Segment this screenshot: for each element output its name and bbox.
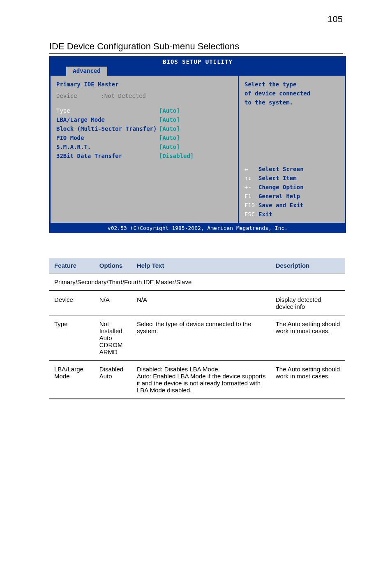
cell-desc: The Auto setting should work in most cas… bbox=[271, 361, 345, 399]
bios-setting-row[interactable]: 32Bit Data Transfer[Disabled] bbox=[56, 151, 232, 160]
settings-table: Feature Options Help Text Description Pr… bbox=[49, 258, 345, 399]
cell-help: N/A bbox=[132, 291, 271, 315]
key-symbol: +- bbox=[244, 183, 258, 192]
bios-key-row: ↑↓Select Item bbox=[244, 174, 339, 183]
key-action: Exit bbox=[258, 211, 272, 218]
bios-setting-value: [Auto] bbox=[159, 142, 180, 151]
section-title: IDE Device Configuration Sub-menu Select… bbox=[49, 41, 343, 54]
bios-tabs: Advanced bbox=[50, 67, 346, 76]
cell-help: Select the type of device connected to t… bbox=[132, 315, 271, 361]
device-label: Device bbox=[56, 91, 97, 100]
th-description: Description bbox=[271, 258, 345, 273]
bios-key-row: F1General Help bbox=[244, 192, 339, 201]
key-symbol: ESC bbox=[244, 210, 258, 219]
bios-setting-row[interactable]: Type[Auto] bbox=[56, 106, 232, 115]
table-row: DeviceN/AN/ADisplay detected device info bbox=[49, 291, 345, 315]
bios-setting-label: Type bbox=[56, 106, 159, 115]
cell-feature: LBA/Large Mode bbox=[49, 361, 95, 399]
device-value: :Not Detected bbox=[101, 93, 146, 99]
bios-heading: Primary IDE Master bbox=[56, 80, 232, 89]
bios-setting-row[interactable]: PIO Mode[Auto] bbox=[56, 133, 232, 142]
bios-key-row: +-Change Option bbox=[244, 183, 339, 192]
key-symbol: ↑↓ bbox=[244, 174, 258, 183]
bios-window: BIOS SETUP UTILITY Advanced Primary IDE … bbox=[49, 56, 346, 233]
table-row: LBA/Large ModeDisabled AutoDisabled: Dis… bbox=[49, 361, 345, 399]
bios-setting-label: LBA/Large Mode bbox=[56, 115, 159, 124]
bios-setting-label: Block (Multi-Sector Transfer) bbox=[56, 124, 159, 133]
key-symbol: F1 bbox=[244, 192, 258, 201]
page-number: 105 bbox=[327, 14, 343, 25]
table-group-row: Primary/Secondary/Third/Fourth IDE Maste… bbox=[49, 273, 345, 291]
cell-options: N/A bbox=[95, 291, 132, 315]
bios-key-list: ↔Select Screen↑↓Select Item+-Change Opti… bbox=[244, 164, 339, 219]
th-options: Options bbox=[95, 258, 132, 273]
key-action: Save and Exit bbox=[258, 202, 304, 209]
th-feature: Feature bbox=[49, 258, 95, 273]
cell-desc: Display detected device info bbox=[271, 291, 345, 315]
bios-left-pane: Primary IDE Master Device :Not Detected … bbox=[50, 76, 239, 224]
cell-desc: The Auto setting should work in most cas… bbox=[271, 315, 345, 361]
cell-help: Disabled: Disables LBA Mode. Auto: Enabl… bbox=[132, 361, 271, 399]
bios-setting-value: [Auto] bbox=[159, 133, 180, 142]
bios-setting-row[interactable]: S.M.A.R.T.[Auto] bbox=[56, 142, 232, 151]
th-help: Help Text bbox=[132, 258, 271, 273]
bios-right-pane: Select the type of device connected to t… bbox=[239, 76, 346, 224]
bios-key-row: ESCExit bbox=[244, 210, 339, 219]
key-action: Change Option bbox=[258, 184, 304, 190]
bios-setting-value: [Auto] bbox=[159, 115, 180, 124]
bios-setting-value: [Disabled] bbox=[159, 151, 194, 160]
bios-setting-row[interactable]: Block (Multi-Sector Transfer)[Auto] bbox=[56, 124, 232, 133]
key-action: General Help bbox=[258, 193, 300, 199]
bios-setting-label: PIO Mode bbox=[56, 133, 159, 142]
key-symbol: ↔ bbox=[244, 164, 258, 174]
cell-options: Disabled Auto bbox=[95, 361, 132, 399]
bios-setting-row[interactable]: LBA/Large Mode[Auto] bbox=[56, 115, 232, 124]
key-action: Select Item bbox=[258, 175, 297, 181]
cell-options: Not Installed Auto CDROM ARMD bbox=[95, 315, 132, 361]
bios-key-row: ↔Select Screen bbox=[244, 164, 339, 174]
bios-setting-value: [Auto] bbox=[159, 106, 180, 115]
bios-tab-advanced[interactable]: Advanced bbox=[66, 67, 107, 76]
bios-help-text: Select the type of device connected to t… bbox=[244, 80, 339, 107]
cell-feature: Type bbox=[49, 315, 95, 361]
bios-setting-label: S.M.A.R.T. bbox=[56, 142, 159, 151]
table-row: TypeNot Installed Auto CDROM ARMDSelect … bbox=[49, 315, 345, 361]
key-symbol: F10 bbox=[244, 201, 258, 210]
bios-setting-value: [Auto] bbox=[159, 124, 180, 133]
cell-feature: Device bbox=[49, 291, 95, 315]
bios-footer: v02.53 (C)Copyright 1985-2002, American … bbox=[50, 224, 346, 233]
bios-title: BIOS SETUP UTILITY bbox=[50, 57, 346, 67]
key-action: Select Screen bbox=[258, 166, 304, 172]
bios-key-row: F10Save and Exit bbox=[244, 201, 339, 210]
bios-setting-label: 32Bit Data Transfer bbox=[56, 151, 159, 160]
